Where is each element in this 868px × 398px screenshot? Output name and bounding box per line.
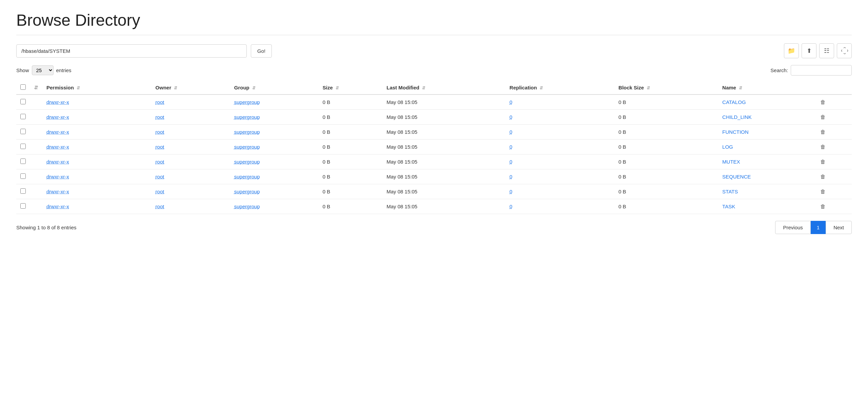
delete-icon-4[interactable]: 🗑 — [820, 159, 826, 165]
row-size-5: 0 B — [319, 169, 383, 184]
owner-link-4[interactable]: root — [156, 159, 164, 165]
col-size[interactable]: Size ⇵ — [319, 81, 383, 95]
replication-link-1[interactable]: 0 — [509, 114, 512, 120]
row-checkbox-0[interactable] — [20, 99, 26, 104]
search-input[interactable] — [791, 65, 852, 76]
page-number-button[interactable]: 1 — [811, 221, 826, 234]
delete-icon-7[interactable]: 🗑 — [820, 204, 826, 209]
col-owner[interactable]: Owner ⇵ — [152, 81, 230, 95]
permission-link-4[interactable]: drwxr-xr-x — [46, 159, 69, 165]
row-group-6: supergroup — [230, 184, 319, 199]
row-folder-icon-0 — [30, 95, 42, 110]
row-checkbox-1[interactable] — [20, 114, 26, 119]
col-block-size[interactable]: Block Size ⇵ — [614, 81, 718, 95]
select-all-checkbox[interactable] — [20, 84, 26, 90]
row-name-2: FUNCTION — [718, 125, 816, 140]
delete-icon-2[interactable]: 🗑 — [820, 129, 826, 135]
col-group[interactable]: Group ⇵ — [230, 81, 319, 95]
replication-link-6[interactable]: 0 — [509, 189, 512, 194]
replication-link-5[interactable]: 0 — [509, 174, 512, 180]
row-checkbox-cell — [16, 110, 30, 125]
row-checkbox-4[interactable] — [20, 159, 26, 164]
row-last-modified-2: May 08 15:05 — [382, 125, 505, 140]
col-replication[interactable]: Replication ⇵ — [505, 81, 614, 95]
group-link-4[interactable]: supergroup — [234, 159, 260, 165]
group-link-1[interactable]: supergroup — [234, 114, 260, 120]
group-link-7[interactable]: supergroup — [234, 204, 260, 209]
group-link-6[interactable]: supergroup — [234, 189, 260, 194]
permission-link-2[interactable]: drwxr-xr-x — [46, 129, 69, 135]
permission-link-3[interactable]: drwxr-xr-x — [46, 144, 69, 150]
name-link-3[interactable]: LOG — [722, 144, 733, 150]
path-input[interactable] — [16, 44, 247, 58]
link-button[interactable]: ⛶ — [837, 43, 852, 58]
group-link-5[interactable]: supergroup — [234, 174, 260, 180]
row-permission-6: drwxr-xr-x — [42, 184, 152, 199]
permission-link-7[interactable]: drwxr-xr-x — [46, 204, 69, 209]
permission-link-0[interactable]: drwxr-xr-x — [46, 99, 69, 105]
owner-link-6[interactable]: root — [156, 189, 164, 194]
group-link-2[interactable]: supergroup — [234, 129, 260, 135]
table-row: drwxr-xr-x root supergroup 0 B May 08 15… — [16, 140, 852, 154]
delete-icon-5[interactable]: 🗑 — [820, 174, 826, 180]
owner-link-3[interactable]: root — [156, 144, 164, 150]
group-link-0[interactable]: supergroup — [234, 99, 260, 105]
row-delete-0: 🗑 — [816, 95, 852, 110]
owner-link-1[interactable]: root — [156, 114, 164, 120]
go-button[interactable]: Go! — [251, 44, 272, 58]
name-link-6[interactable]: STATS — [722, 189, 738, 194]
row-block-size-7: 0 B — [614, 199, 718, 214]
entries-select[interactable]: 10 25 50 100 — [32, 65, 54, 75]
table-row: drwxr-xr-x root supergroup 0 B May 08 15… — [16, 184, 852, 199]
owner-link-5[interactable]: root — [156, 174, 164, 180]
col-permission[interactable]: Permission ⇵ — [42, 81, 152, 95]
folder-button[interactable]: 📁 — [784, 43, 799, 58]
row-checkbox-cell — [16, 184, 30, 199]
name-link-2[interactable]: FUNCTION — [722, 129, 749, 135]
owner-link-0[interactable]: root — [156, 99, 164, 105]
col-name[interactable]: Name ⇵ — [718, 81, 816, 95]
previous-button[interactable]: Previous — [775, 221, 810, 234]
entries-label: entries — [56, 67, 72, 73]
permission-link-1[interactable]: drwxr-xr-x — [46, 114, 69, 120]
replication-link-4[interactable]: 0 — [509, 159, 512, 165]
upload-icon: ⬆ — [807, 47, 812, 55]
replication-link-7[interactable]: 0 — [509, 204, 512, 209]
delete-icon-6[interactable]: 🗑 — [820, 189, 826, 194]
replication-link-3[interactable]: 0 — [509, 144, 512, 150]
name-link-0[interactable]: CATALOG — [722, 99, 746, 105]
row-checkbox-cell — [16, 169, 30, 184]
icon-buttons: 📁 ⬆ ☷ ⛶ — [784, 43, 852, 58]
replication-link-2[interactable]: 0 — [509, 129, 512, 135]
permission-link-5[interactable]: drwxr-xr-x — [46, 174, 69, 180]
table-body: drwxr-xr-x root supergroup 0 B May 08 15… — [16, 95, 852, 214]
size-sort-icon: ⇵ — [336, 86, 339, 90]
owner-link-2[interactable]: root — [156, 129, 164, 135]
row-checkbox-3[interactable] — [20, 144, 26, 149]
replication-link-0[interactable]: 0 — [509, 99, 512, 105]
row-name-1: CHILD_LINK — [718, 110, 816, 125]
col-last-modified[interactable]: Last Modified ⇵ — [382, 81, 505, 95]
delete-icon-0[interactable]: 🗑 — [820, 99, 826, 105]
row-checkbox-5[interactable] — [20, 173, 26, 179]
owner-link-7[interactable]: root — [156, 204, 164, 209]
row-checkbox-7[interactable] — [20, 203, 26, 209]
name-link-7[interactable]: TASK — [722, 204, 735, 209]
last-modified-sort-icon: ⇵ — [422, 86, 425, 90]
name-link-1[interactable]: CHILD_LINK — [722, 114, 752, 120]
delete-icon-3[interactable]: 🗑 — [820, 144, 826, 150]
next-button[interactable]: Next — [826, 221, 852, 234]
row-owner-2: root — [152, 125, 230, 140]
row-checkbox-6[interactable] — [20, 188, 26, 194]
row-checkbox-2[interactable] — [20, 129, 26, 134]
row-checkbox-cell — [16, 125, 30, 140]
list-button[interactable]: ☷ — [819, 43, 834, 58]
row-permission-2: drwxr-xr-x — [42, 125, 152, 140]
delete-icon-1[interactable]: 🗑 — [820, 114, 826, 120]
name-link-4[interactable]: MUTEX — [722, 159, 740, 165]
name-link-5[interactable]: SEQUENCE — [722, 174, 751, 180]
upload-button[interactable]: ⬆ — [802, 43, 816, 58]
row-group-5: supergroup — [230, 169, 319, 184]
group-link-3[interactable]: supergroup — [234, 144, 260, 150]
permission-link-6[interactable]: drwxr-xr-x — [46, 189, 69, 194]
